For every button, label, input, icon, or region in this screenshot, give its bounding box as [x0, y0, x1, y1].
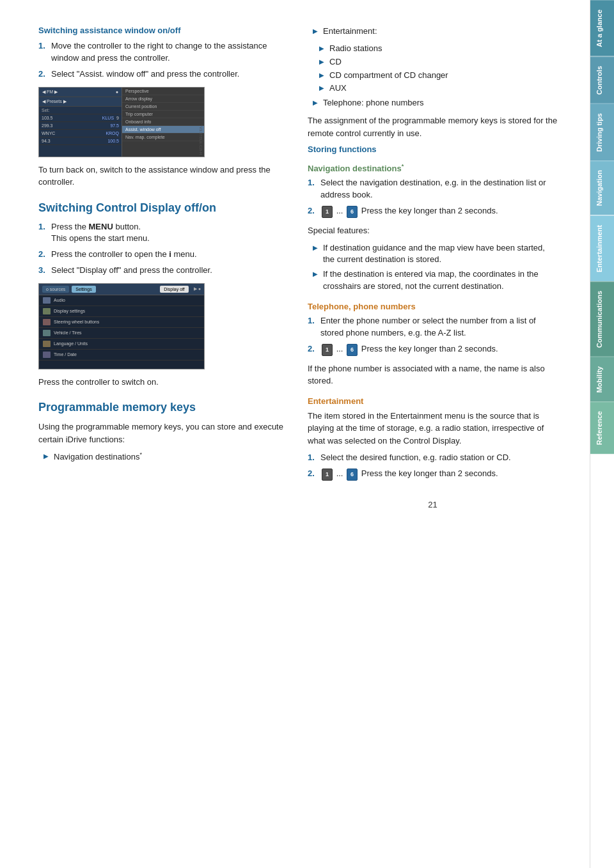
display-icon	[43, 308, 51, 314]
aux-label: AUX	[329, 82, 347, 95]
ent-step-2: 2. 1 ... 6 Press the key longer than 2 s…	[308, 468, 558, 481]
assist-menu-perspective: Perspective	[122, 88, 204, 95]
steering-icon	[43, 319, 51, 325]
entertainment-top-list: ▶ Entertainment:	[308, 26, 558, 38]
sidebar-item-driving[interactable]: Driving tips	[590, 104, 614, 161]
special-feature-1-text: If destination guidance and the map view…	[323, 242, 558, 267]
telephone-note: If the phone number is associated with a…	[308, 362, 558, 387]
tab-driving-label: Driving tips	[595, 113, 603, 152]
assist-menu-nav: Nav. map. complete	[122, 134, 204, 141]
sub-arrow-cd-changer: ▶	[319, 71, 326, 82]
nav-dest-steps: 1. Select the navigation destination, e.…	[308, 177, 558, 218]
sidebar-item-communications[interactable]: Communications	[590, 281, 614, 357]
tab-entertainment-label: Entertainment	[595, 225, 603, 272]
sidebar-item-entertainment[interactable]: Entertainment	[590, 215, 614, 281]
sub-item-cd: ▶ CD	[319, 56, 558, 68]
assignment-note: The assignment of the programmable memor…	[308, 114, 558, 139]
sub-arrow-radio: ▶	[319, 44, 326, 55]
language-icon	[43, 341, 51, 347]
nav-step-2: 2. 1 ... 6 Press the key longer than 2 s…	[308, 205, 558, 218]
entertainment-sub-list: ▶ Radio stations ▶ CD ▶ CD compartment o…	[319, 43, 558, 95]
key-6-ent: 6	[347, 469, 358, 481]
entertainment-parent-bullet: ▶ Entertainment:	[308, 26, 558, 38]
arrow-icon-entertainment: ▶	[313, 27, 319, 38]
assist-row2: 299.3 97.5	[39, 122, 122, 130]
storing-functions-heading: Storing functions	[308, 144, 558, 154]
sidebar-item-at-glance[interactable]: At a glance	[590, 0, 614, 56]
settings-topbar: o sources Settings Display off ▶ ●	[39, 284, 204, 295]
step-text: Select "Assist. window off" and press th…	[51, 68, 239, 81]
sidebar-item-mobility[interactable]: Mobility	[590, 357, 614, 402]
switching-display-heading: Switching Control Display off/on	[38, 201, 288, 215]
left-column: Switching assistance window on/off 1. Mo…	[38, 26, 288, 842]
watermark: V3.3TBLE.C2H4	[199, 127, 203, 155]
sidebar-item-controls[interactable]: Controls	[590, 56, 614, 104]
display-step-2-text: Press the controller to open the i menu.	[51, 249, 197, 261]
telephone-bullet-item: ▶ Telephone: phone numbers	[308, 97, 558, 109]
settings-tab: Settings	[72, 286, 95, 293]
sidebar-item-navigation[interactable]: Navigation	[590, 160, 614, 215]
audio-icon	[43, 297, 51, 304]
entertainment-intro: The item stored in the Entertainment men…	[308, 410, 558, 447]
display-step-3: 3. Select "Display off" and press the co…	[38, 265, 288, 277]
nav-destinations-heading: Navigation destinations*	[308, 163, 558, 173]
assist-menu-trip: Trip computer	[122, 111, 204, 118]
key-6-tel: 6	[347, 344, 358, 356]
sub-arrow-aux: ▶	[319, 84, 326, 95]
bullet-arrow-icon: ▶	[43, 452, 50, 463]
telephone-steps: 1. Enter the phone number or select the …	[308, 315, 558, 356]
assist-toprow: ◀ FM ▶ ●	[39, 88, 122, 97]
assist-row1: 103.5 KLUS 9	[39, 114, 122, 122]
tel-step-1: 1. Enter the phone number or select the …	[308, 315, 558, 339]
key-1-tel: 1	[322, 344, 333, 356]
step-item: 1. Move the controller to the right to c…	[38, 40, 288, 65]
programmable-heading: Programmable memory keys	[38, 401, 288, 414]
assist-menu-arrow: Arrow display	[122, 95, 204, 103]
sub-item-aux: ▶ AUX	[319, 82, 558, 95]
telephone-label: Telephone: phone numbers	[323, 97, 424, 109]
arrow-icon-telephone: ▶	[313, 98, 319, 109]
ent-step-2-text: 1 ... 6 Press the key longer than 2 seco…	[320, 468, 498, 481]
special-features-list: ▶ If destination guidance and the map vi…	[308, 242, 558, 293]
programmable-intro: Using the programmable memory keys, you …	[38, 421, 288, 446]
nav-destinations-bullet: ▶ Navigation destinations*	[38, 451, 288, 463]
settings-language: Language / Units	[39, 339, 204, 350]
sidebar-item-reference[interactable]: Reference	[590, 401, 614, 454]
sub-item-cd-changer: ▶ CD compartment of CD changer	[319, 70, 558, 82]
ent-step-1: 1. Select the desired function, e.g. rad…	[308, 452, 558, 464]
key-1-btn: 1	[322, 206, 333, 218]
nav-destinations-text: Navigation destinations*	[54, 451, 142, 463]
programmable-bullets: ▶ Navigation destinations*	[38, 451, 288, 463]
entertainment-section-heading: Entertainment	[308, 396, 558, 406]
assist-row3: WNYC KROQ	[39, 130, 122, 137]
display-switch-note: Press the controller to switch on.	[38, 376, 288, 389]
vehicle-icon	[43, 330, 51, 336]
special-feature-2-text: If the destination is entered via map, t…	[323, 268, 558, 293]
key-1-ent: 1	[322, 469, 333, 481]
assist-right-panel: Perspective Arrow display Current positi…	[122, 88, 204, 157]
tel-step-2: 2. 1 ... 6 Press the key longer than 2 s…	[308, 343, 558, 356]
special-feature-1: ▶ If destination guidance and the map vi…	[308, 242, 558, 267]
cd-changer-label: CD compartment of CD changer	[329, 70, 448, 82]
settings-time: Time / Date	[39, 350, 204, 360]
switching-assistance-note: To turn back on, switch to the assistanc…	[38, 164, 288, 189]
page-number: 21	[308, 500, 558, 509]
special-features-label: Special features:	[308, 224, 558, 237]
assist-set-label: Set:	[39, 107, 122, 114]
tel-step-2-text: 1 ... 6 Press the key longer than 2 seco…	[320, 343, 498, 356]
assist-left-panel: ◀ FM ▶ ● ◀ Presets ▶ Set: 103.5 KLUS 9	[39, 88, 122, 157]
arrow-icon-sf2: ▶	[313, 270, 319, 293]
step-item: 2. Select "Assist. window off" and press…	[38, 68, 288, 81]
nav-step-1: 1. Select the navigation destination, e.…	[308, 177, 558, 201]
display-step-1: 1. Press the MENU button.This opens the …	[38, 221, 288, 245]
entertainment-parent-label: Entertainment:	[323, 26, 377, 38]
settings-screenshot: o sources Settings Display off ▶ ● Audio…	[38, 283, 205, 369]
tab-controls-label: Controls	[595, 66, 603, 95]
settings-display: Display settings	[39, 306, 204, 317]
tab-navigation-label: Navigation	[595, 170, 603, 206]
display-off-btn: Display off	[160, 286, 189, 293]
ent-step-1-text: Select the desired function, e.g. radio …	[320, 452, 511, 464]
sidebar-tabs: At a glance Controls Driving tips Naviga…	[590, 0, 614, 868]
settings-audio: Audio	[39, 295, 204, 306]
radio-stations-label: Radio stations	[329, 43, 382, 55]
